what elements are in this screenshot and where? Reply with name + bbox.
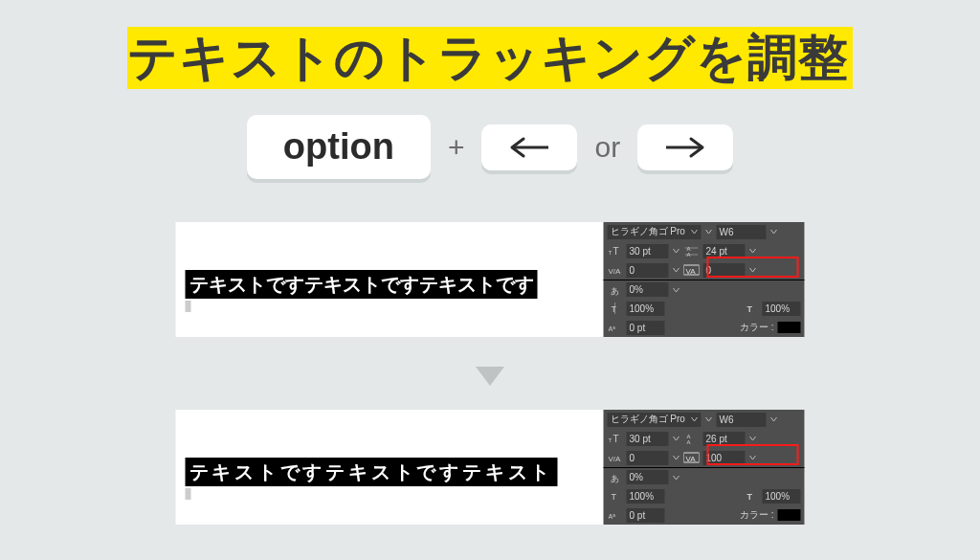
baseline-shift-field[interactable]: 0 pt <box>627 321 665 335</box>
baseline-shift-icon: Aª <box>608 322 623 333</box>
shortcut-key-row: option + or <box>0 115 980 179</box>
svg-text:V/A: V/A <box>609 455 622 463</box>
key-arrow-right <box>637 124 733 170</box>
vert-stretch-icon: あ <box>608 284 623 296</box>
page-title: テキストのトラッキングを調整 <box>127 27 853 89</box>
example-after: テキストですテキストですテキスト ヒラギノ角ゴ Pro W6 TT 30 pt … <box>176 410 805 525</box>
vert-stretch-field[interactable]: 0% <box>627 282 669 297</box>
chevron-down-icon <box>705 228 713 235</box>
plus-sign: + <box>448 131 465 164</box>
svg-text:A: A <box>687 252 691 257</box>
chevron-down-icon <box>673 435 680 442</box>
font-family-field[interactable]: ヒラギノ角ゴ Pro <box>608 413 702 427</box>
tracking-field[interactable]: 0 <box>703 263 746 278</box>
font-size-field[interactable]: 30 pt <box>627 244 669 258</box>
chevron-down-icon <box>749 266 757 274</box>
chevron-down-icon <box>770 228 778 235</box>
chevron-down-icon <box>749 454 757 461</box>
font-family-field[interactable]: ヒラギノ角ゴ Pro <box>608 225 702 239</box>
svg-text:T: T <box>747 304 753 314</box>
flow-down-arrow-icon <box>471 362 509 391</box>
color-label: カラー : <box>740 508 774 522</box>
font-weight-field[interactable]: W6 <box>717 413 767 427</box>
arrow-right-icon <box>664 136 706 159</box>
text-baseline-handle <box>186 488 191 500</box>
character-panel-before: ヒラギノ角ゴ Pro W6 TT 30 pt AA 24 pt V/ <box>604 222 805 337</box>
svg-marker-15 <box>476 367 504 386</box>
chevron-down-icon <box>673 454 680 461</box>
chevron-down-icon <box>749 247 757 255</box>
chevron-down-icon <box>673 474 680 482</box>
font-size-icon: TT <box>608 433 623 444</box>
horiz-scale-field[interactable]: 100% <box>763 489 801 504</box>
text-baseline-handle <box>186 301 191 312</box>
svg-text:T: T <box>613 246 619 257</box>
arrow-left-icon <box>508 136 550 159</box>
chevron-down-icon <box>673 266 680 274</box>
color-swatch[interactable] <box>778 322 801 333</box>
svg-text:V/A: V/A <box>609 267 622 276</box>
font-size-icon: TT <box>608 245 623 257</box>
chevron-down-icon <box>673 247 680 255</box>
kerning-icon: V/A <box>608 452 623 463</box>
color-label: カラー : <box>740 321 774 334</box>
svg-text:Aª: Aª <box>609 325 616 332</box>
font-weight-field[interactable]: W6 <box>717 225 767 239</box>
baseline-shift-field[interactable]: 0 pt <box>627 508 665 523</box>
horiz-scale-icon: T <box>744 490 759 502</box>
svg-text:T: T <box>612 304 617 314</box>
vert-stretch-field[interactable]: 0% <box>627 470 669 484</box>
svg-text:T: T <box>609 250 612 256</box>
vert-scale-field[interactable]: 100% <box>627 302 665 316</box>
tracking-icon: VA <box>684 264 700 276</box>
leading-icon: AA <box>684 433 700 444</box>
kerning-field[interactable]: 0 <box>627 263 669 278</box>
baseline-shift-icon: Aª <box>608 509 623 521</box>
horiz-scale-field[interactable]: 100% <box>763 302 801 316</box>
svg-text:Aª: Aª <box>609 513 616 520</box>
leading-field[interactable]: 24 pt <box>703 244 746 258</box>
key-option: option <box>247 115 431 179</box>
horiz-scale-icon: T <box>744 302 759 314</box>
vert-scale-field[interactable]: 100% <box>627 489 665 504</box>
kerning-field[interactable]: 0 <box>627 451 669 465</box>
svg-text:VA: VA <box>686 267 697 276</box>
vert-scale-icon: T <box>608 490 623 502</box>
svg-text:T: T <box>609 437 612 443</box>
leading-field[interactable]: 26 pt <box>703 432 746 446</box>
chevron-down-icon <box>673 286 680 294</box>
svg-text:T: T <box>613 434 619 444</box>
vert-stretch-icon: あ <box>608 472 623 483</box>
svg-text:T: T <box>612 492 617 502</box>
svg-text:あ: あ <box>611 286 619 296</box>
chevron-down-icon <box>691 415 699 423</box>
kerning-icon: V/A <box>608 264 623 276</box>
chevron-down-icon <box>705 415 713 423</box>
vert-scale-icon: T <box>608 302 623 314</box>
font-size-field[interactable]: 30 pt <box>627 432 669 446</box>
key-arrow-left <box>481 124 577 170</box>
tracking-icon: VA <box>684 452 700 463</box>
svg-text:あ: あ <box>611 474 619 483</box>
or-label: or <box>594 131 620 164</box>
leading-icon: AA <box>684 245 700 257</box>
svg-text:VA: VA <box>686 455 697 463</box>
chevron-down-icon <box>691 228 699 235</box>
svg-text:T: T <box>747 492 753 502</box>
svg-text:A: A <box>687 439 691 444</box>
sample-text-before[interactable]: テキストですテキストですテキストです <box>186 270 538 299</box>
chevron-down-icon <box>770 415 778 423</box>
chevron-down-icon <box>749 435 757 442</box>
color-swatch[interactable] <box>778 509 801 521</box>
character-panel-after: ヒラギノ角ゴ Pro W6 TT 30 pt AA 26 pt V/A 0 <box>604 410 805 525</box>
example-before: テキストですテキストですテキストです ヒラギノ角ゴ Pro W6 TT 30 p… <box>176 222 805 337</box>
sample-text-after[interactable]: テキストですテキストですテキスト <box>186 458 558 486</box>
tracking-field[interactable]: 100 <box>703 451 746 465</box>
